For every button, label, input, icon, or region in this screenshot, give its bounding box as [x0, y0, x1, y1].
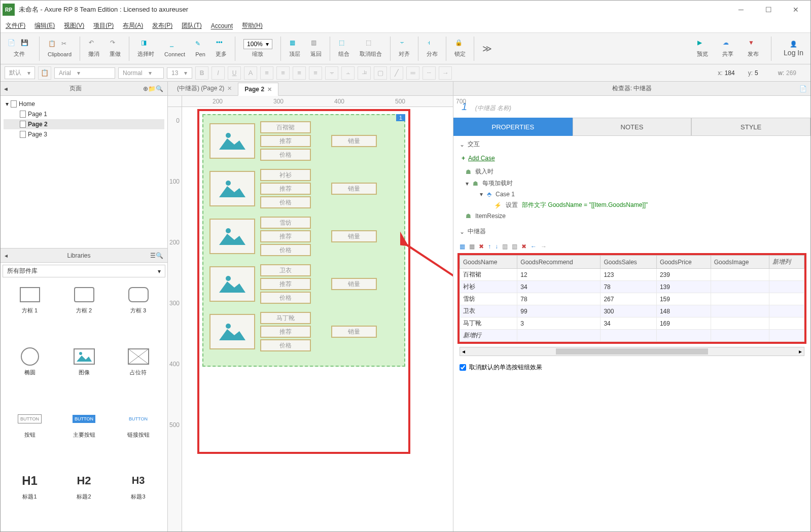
col-icon[interactable]: ▥: [512, 243, 517, 250]
tab-style[interactable]: STYLE: [691, 118, 810, 136]
tab-notes[interactable]: NOTES: [573, 118, 692, 136]
event-item-load[interactable]: ▾☗每项加载时: [466, 178, 798, 189]
section-interactions[interactable]: ⌄交互: [453, 136, 810, 153]
copy-style-btn[interactable]: 📋: [38, 66, 51, 80]
tb-share[interactable]: ☁ 共享: [718, 37, 737, 60]
section-repeater[interactable]: ⌄中继器: [453, 223, 810, 240]
recommend-field[interactable]: 推荐: [260, 230, 311, 242]
fill-btn[interactable]: ▢: [374, 66, 387, 80]
grid-icon[interactable]: ▦: [469, 243, 475, 250]
collapse-icon[interactable]: ◂: [4, 85, 7, 92]
search-icon[interactable]: 🔍: [156, 85, 163, 92]
tb-select[interactable]: ◨ 选择时: [133, 37, 158, 60]
bold-btn[interactable]: B: [195, 66, 208, 80]
minimize-button[interactable]: ─: [728, 2, 754, 17]
price-field[interactable]: 价格: [260, 149, 311, 161]
down-icon[interactable]: ↓: [495, 243, 498, 250]
table-row[interactable]: 百褶裙12123239: [460, 269, 804, 281]
tb-more[interactable]: ••• 更多: [211, 37, 231, 60]
recommend-field[interactable]: 推荐: [260, 326, 311, 338]
text-color-btn[interactable]: A: [244, 66, 257, 80]
menu-project[interactable]: 项目(P): [93, 21, 114, 30]
tb-redo[interactable]: ↷ 重做: [105, 37, 125, 60]
lib-box2[interactable]: 方框 2: [59, 283, 109, 341]
up-icon[interactable]: ↑: [488, 243, 491, 250]
lib-primary-button[interactable]: BUTTON主要按钮: [59, 408, 109, 466]
goodsname-field[interactable]: 百褶裙: [260, 121, 311, 133]
underline-btn[interactable]: U: [228, 66, 241, 80]
goodsname-field[interactable]: 卫衣: [260, 264, 311, 276]
align-left-btn[interactable]: ≡: [276, 66, 290, 80]
tb-group-btn[interactable]: ⬚ 组合: [334, 37, 354, 60]
lib-h2[interactable]: H2标题2: [59, 470, 109, 527]
tb-zoom[interactable]: 100%▾ 缩放: [239, 37, 276, 60]
recommend-field[interactable]: 推荐: [260, 278, 311, 290]
table-row[interactable]: 卫衣99300148: [460, 305, 804, 317]
lib-h1[interactable]: H1标题1: [5, 470, 55, 527]
repeater-row[interactable]: 百褶裙 推荐 价格 销量: [209, 121, 398, 161]
price-field[interactable]: 价格: [260, 339, 311, 351]
tb-lock[interactable]: 🔒 锁定: [450, 37, 470, 60]
goodsname-field[interactable]: 马丁靴: [260, 312, 311, 324]
add-case-button[interactable]: +Add Case: [453, 153, 810, 164]
align-right-btn[interactable]: ≡: [309, 66, 322, 80]
table-row[interactable]: 雪纺78267159: [460, 293, 804, 305]
tree-page3[interactable]: Page 3: [4, 129, 164, 139]
recommend-field[interactable]: 推荐: [260, 183, 311, 195]
table-row[interactable]: 衬衫3478139: [460, 281, 804, 293]
image-placeholder[interactable]: [209, 266, 255, 302]
image-placeholder[interactable]: [209, 314, 255, 349]
tb-clipboard[interactable]: 📋✂ Clipboard: [44, 38, 76, 59]
scroll-right-icon[interactable]: ▸: [797, 348, 804, 355]
canvas[interactable]: 1 百褶裙 推荐 价格 销量 衬衫 推荐 价格 销量 雪纺 推荐 价格 销量 卫…: [182, 107, 453, 531]
image-placeholder[interactable]: [209, 219, 255, 254]
search-icon[interactable]: 🔍: [156, 252, 163, 259]
repeater-row[interactable]: 卫衣 推荐 价格 销量: [209, 264, 398, 304]
add-page-icon[interactable]: ⊕: [143, 85, 148, 92]
lib-select[interactable]: 所有部件库▾: [3, 265, 165, 277]
y-input[interactable]: [755, 69, 775, 77]
lib-box1[interactable]: 方框 1: [5, 283, 55, 341]
bullets-btn[interactable]: ≡: [260, 66, 273, 80]
event-load[interactable]: ☗载入时: [466, 166, 798, 178]
isolate-radio-checkbox[interactable]: 取消默认的单选按钮组效果: [453, 359, 810, 376]
sales-field[interactable]: 销量: [331, 326, 377, 338]
tb-preview[interactable]: ▶ 预览: [693, 37, 712, 60]
valign-mid-btn[interactable]: ⫠: [341, 66, 355, 80]
lib-ellipse[interactable]: 椭圆: [5, 345, 55, 403]
scroll-left-icon[interactable]: ◂: [460, 348, 467, 355]
col-goodsimage[interactable]: GoodsImage: [711, 256, 769, 269]
w-input[interactable]: [786, 69, 806, 77]
right-icon[interactable]: →: [541, 243, 547, 250]
goodsname-field[interactable]: 衬衫: [260, 169, 311, 181]
x-input[interactable]: [725, 69, 745, 77]
close-icon[interactable]: ✕: [267, 86, 272, 93]
col-goodsrecommend[interactable]: GoodsRecommend: [517, 256, 601, 269]
lib-link-button[interactable]: BUTTON链接按钮: [113, 408, 163, 466]
case-1[interactable]: ▾⬘Case 1: [466, 189, 798, 199]
menu-account[interactable]: Account: [211, 22, 233, 29]
lib-button[interactable]: BUTTON按钮: [5, 408, 55, 466]
close-button[interactable]: ✕: [783, 2, 808, 17]
repeater-widget[interactable]: 1 百褶裙 推荐 价格 销量 衬衫 推荐 价格 销量 雪纺 推荐 价格 销量 卫…: [202, 114, 405, 367]
valign-bot-btn[interactable]: ⫡: [358, 66, 371, 80]
login-button[interactable]: 👤 Log In: [780, 39, 807, 59]
delete-col-icon[interactable]: ✖: [521, 243, 526, 250]
tb-front[interactable]: ▦ 顶层: [285, 37, 304, 60]
event-item-resize[interactable]: ☗ItemResize: [466, 211, 798, 221]
table-row[interactable]: 马丁靴334169: [460, 317, 804, 330]
widget-name-field[interactable]: 1 (中继器 名称): [453, 96, 810, 118]
close-icon[interactable]: ✕: [227, 85, 232, 92]
tb-pen[interactable]: ✎ Pen: [191, 38, 209, 59]
repeater-dataset[interactable]: GoodsName GoodsRecommend GoodsSales Good…: [460, 255, 804, 342]
menu-team[interactable]: 团队(T): [182, 21, 201, 30]
menu-publish[interactable]: 发布(P): [152, 21, 172, 30]
horizontal-scrollbar[interactable]: ◂▸: [460, 347, 804, 356]
recommend-field[interactable]: 推荐: [260, 135, 311, 147]
valign-top-btn[interactable]: ⫟: [325, 66, 338, 80]
sales-field[interactable]: 销量: [331, 230, 377, 242]
add-row[interactable]: 新增行: [460, 330, 804, 342]
line-color-btn[interactable]: ╱: [390, 66, 403, 80]
repeater-row[interactable]: 雪纺 推荐 价格 销量: [209, 217, 398, 256]
arrow-btn[interactable]: →: [439, 66, 452, 80]
